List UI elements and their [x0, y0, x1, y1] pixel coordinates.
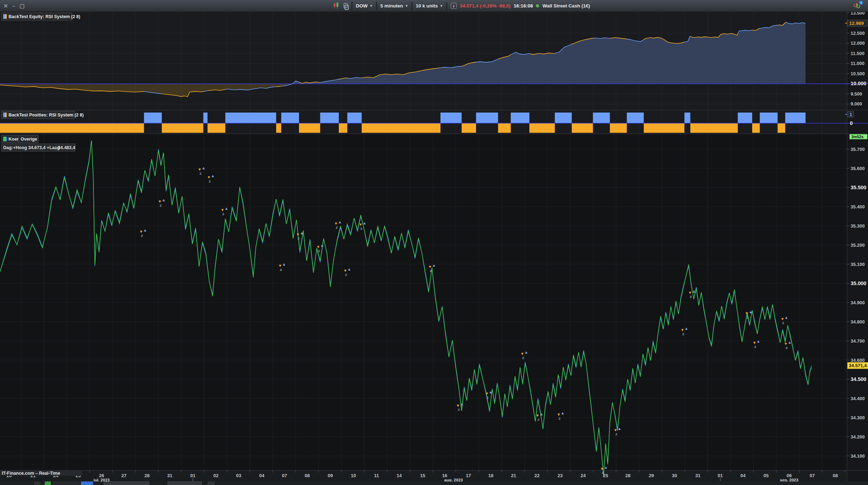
indicator-color-icon — [5, 113, 7, 117]
taskbar-icon[interactable] — [34, 481, 40, 485]
buy-arrow-icon: ▲ — [618, 426, 622, 431]
long-position-bar — [684, 113, 690, 123]
date-tick-label: 31 — [167, 473, 172, 478]
axis-tick-label: 35.000 — [851, 280, 866, 286]
axis-tick-label: 34.800 — [851, 319, 865, 325]
taskbar-icon[interactable] — [53, 481, 80, 485]
short-position-bar — [610, 123, 627, 133]
long-position-bar — [440, 113, 462, 123]
trade-quantity: 2 — [336, 225, 338, 229]
taskbar-icon[interactable] — [45, 481, 51, 485]
taskbar-icon[interactable] — [208, 481, 215, 485]
equity-panel-label[interactable]: BackTest Equity: RSI System (2 8) — [1, 13, 80, 20]
date-tick-label: 27 — [121, 473, 126, 478]
trade-quantity: 2 — [200, 171, 201, 175]
trade-quantity: 2 — [318, 249, 320, 253]
trade-quantity: 2 — [160, 203, 162, 207]
date-tick-label: 11 — [374, 473, 379, 478]
buy-arrow-icon: ▲ — [489, 390, 493, 394]
sell-arrow-icon: ▼ — [139, 229, 143, 234]
trade-quantity: 2 — [430, 269, 432, 273]
long-position-bar — [511, 113, 529, 123]
date-tick-label: 05 — [764, 473, 769, 478]
timeframe-selector[interactable]: 5 minuten ▼ — [380, 3, 408, 9]
sell-arrow-icon: ▼ — [316, 245, 320, 249]
buy-arrow-icon: ▲ — [300, 231, 304, 235]
sell-arrow-icon: ▼ — [296, 232, 300, 236]
toolbar-center: ✓ DOW ▼ 5 minuten ▼ 10 k units ▼ i 34.57… — [333, 0, 590, 12]
date-tick-label: 15 — [420, 473, 425, 478]
equity-panel-label-text: BackTest Equity: RSI System (2 8) — [9, 14, 80, 19]
chevron-down-icon: ▼ — [440, 4, 443, 8]
trading-app-window: ✕ – ▢ ✓ DOW ▼ 5 minut — [0, 0, 868, 485]
date-tick-label: 02 — [213, 473, 218, 478]
date-tick-label: 09 — [328, 473, 333, 478]
long-position-bar — [225, 113, 276, 123]
trade-quantity: 2 — [782, 321, 784, 325]
long-position-bar — [593, 113, 610, 123]
market-name: Wall Street Cash (1€) — [542, 3, 590, 9]
buy-arrow-icon: ▲ — [202, 166, 206, 170]
axis-tick-label: 12.500 — [851, 31, 865, 36]
candlestick-chart-icon[interactable] — [333, 2, 340, 10]
short-position-bar — [0, 123, 144, 133]
short-position-bar — [752, 123, 760, 133]
taskbar-window-button[interactable] — [168, 481, 202, 485]
sell-arrow-icon: ▼ — [158, 199, 162, 203]
axis-tick-label: 35.400 — [851, 204, 865, 209]
long-position-bar — [203, 113, 207, 123]
close-button[interactable]: ✕ — [4, 3, 8, 9]
sell-arrow-icon: ▼ — [343, 268, 347, 273]
date-tick-label: 16 — [442, 473, 447, 478]
date-tick-label: 30 — [672, 473, 677, 478]
units-selector[interactable]: 10 k units ▼ — [416, 3, 443, 9]
long-position-bar — [555, 113, 572, 123]
buy-arrow-icon: ▲ — [460, 402, 464, 406]
symbol-selector[interactable]: DOW ▼ — [356, 3, 373, 9]
sell-arrow-icon: ▼ — [688, 290, 692, 295]
sell-arrow-icon: ▼ — [456, 403, 460, 408]
day-range-chip: Dag:+Hoog 34.673,4 +Laag34.483,4 — [1, 144, 75, 151]
info-icon[interactable]: i — [451, 3, 457, 9]
date-tick-label: 07 — [282, 473, 287, 478]
short-position-bar — [162, 123, 204, 133]
taskbar-window-button[interactable] — [104, 481, 149, 485]
positions-panel-label[interactable]: BackTest Posities: RSI System (2 8) — [1, 111, 84, 119]
indicator-color-icon — [5, 14, 7, 19]
day-range-prefix: Dag:+Hoog 34.673,4 +Laag — [3, 145, 60, 150]
sell-arrow-icon: ▼ — [485, 391, 489, 396]
short-position-bar — [690, 123, 738, 133]
date-tick-label: 28 — [625, 473, 630, 478]
taskbar-icon[interactable] — [81, 481, 93, 485]
long-position-bar — [347, 113, 362, 123]
symbol-label: DOW — [356, 3, 368, 9]
top-toolbar: ✕ – ▢ ✓ DOW ▼ 5 minut — [0, 0, 868, 12]
toolbar-separator — [446, 2, 447, 10]
trade-quantity: 2 — [222, 212, 224, 216]
buy-arrow-icon: ▲ — [524, 350, 528, 354]
axis-tick-label: 35.100 — [851, 262, 865, 267]
sell-arrow-icon: ▼ — [207, 175, 211, 179]
price-panel-bg[interactable] — [0, 134, 847, 470]
tab-koers[interactable]: Koers — [1, 135, 21, 143]
chevron-down-icon: ▼ — [405, 4, 408, 8]
axis-tick-label: 34.300 — [851, 415, 865, 420]
axis-tick-label: 34.200 — [851, 434, 865, 440]
axis-tick-label: 0 — [850, 120, 853, 126]
long-position-bar — [320, 113, 339, 123]
minimize-button[interactable]: – — [12, 3, 15, 9]
maximize-button[interactable]: ▢ — [20, 3, 25, 9]
refresh-icon[interactable]: ↺ ↻ i — [853, 1, 863, 11]
tab-overige[interactable]: Overige — [18, 135, 38, 143]
buy-arrow-icon: ▲ — [224, 206, 228, 211]
short-position-bar — [530, 123, 555, 133]
buy-arrow-icon: ▲ — [282, 262, 286, 266]
sell-arrow-icon: ▼ — [557, 412, 561, 416]
link-check-icon[interactable]: ✓ — [343, 3, 348, 9]
date-tick-label: 23 — [558, 473, 563, 478]
chart-canvas[interactable]: ▼▲2▼▲2▼▲2▼▲2▼▲2▼▲4▼▲2▼▲2▼▲2▼▲2▼▲2▼▲2▼▲2▼… — [0, 0, 868, 485]
short-position-bar — [362, 123, 440, 133]
axis-tick-label: 34.500 — [851, 376, 866, 382]
axis-tick-label: 9.500 — [851, 91, 862, 97]
trade-quantity: 2 — [458, 408, 460, 412]
